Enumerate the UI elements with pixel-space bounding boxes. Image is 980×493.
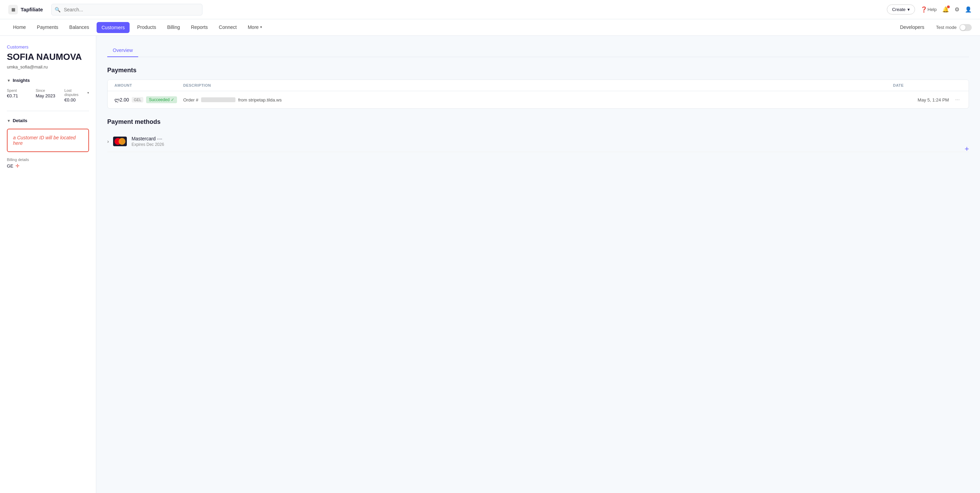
nav-reports[interactable]: Reports <box>186 19 213 36</box>
app-logo[interactable]: ▦ Tapfiliate <box>8 5 43 14</box>
customer-name: SOFIA NAUMOVA <box>7 52 89 62</box>
edit-billing-icon[interactable]: ✛ <box>16 163 20 169</box>
payment-method-row[interactable]: › Mastercard ···· Expires Dec 2026 <box>107 131 969 152</box>
notification-badge <box>947 5 950 8</box>
tab-overview[interactable]: Overview <box>107 44 138 57</box>
nav-products[interactable]: Products <box>132 19 161 36</box>
nav-more[interactable]: More ▾ <box>243 19 267 36</box>
check-icon: ✓ <box>171 97 174 102</box>
insights-section-header[interactable]: ▼ Insights <box>7 78 89 83</box>
main-content: Overview Payments AMOUNT DESCRIPTION DAT… <box>96 36 980 493</box>
nav-billing[interactable]: Billing <box>162 19 185 36</box>
payments-section: Payments AMOUNT DESCRIPTION DATE ლ2.00 G… <box>107 67 969 109</box>
help-icon: ❓ <box>921 6 928 13</box>
payment-methods-section: Payment methods › Mastercard ···· Expire… <box>107 118 969 152</box>
main-layout: Customers SOFIA NAUMOVA umka_sofia@mail.… <box>0 36 980 493</box>
search-container: 🔍 <box>51 4 202 16</box>
date-cell: May 5, 1:24 PM ··· <box>893 96 962 104</box>
sidebar-divider <box>7 111 89 111</box>
payment-more-button[interactable]: ··· <box>953 96 962 104</box>
mc-circle-right <box>119 138 126 145</box>
nav-connect[interactable]: Connect <box>214 19 242 36</box>
details-section-header[interactable]: ▼ Details <box>7 118 89 123</box>
nav-right-actions: Create ▾ ❓ Help 🔔 ⚙ 👤 <box>887 5 972 14</box>
mastercard-icon <box>113 137 127 146</box>
insight-spent: Spent €0.71 <box>7 88 32 102</box>
billing-details: Billing details GE ✛ <box>7 158 89 169</box>
col-amount: AMOUNT <box>115 83 183 88</box>
insight-since: Since May 2023 <box>36 88 60 102</box>
amount-cell: ლ2.00 GEL Succeeded ✓ <box>115 96 183 103</box>
top-navigation: ▦ Tapfiliate 🔍 Create ▾ ❓ Help 🔔 ⚙ 👤 <box>0 0 980 19</box>
account-button[interactable]: 👤 <box>965 6 972 13</box>
content-tabs: Overview <box>107 44 969 57</box>
insights-chevron: ▼ <box>7 78 11 83</box>
details-section: ▼ Details a Customer ID will be located … <box>7 118 89 169</box>
pm-expand-button[interactable]: › <box>107 139 109 144</box>
customer-email: umka_sofia@mail.ru <box>7 64 89 70</box>
nav-items: Home Payments Balances Customers Product… <box>8 19 267 36</box>
help-button[interactable]: ❓ Help <box>921 6 937 13</box>
settings-button[interactable]: ⚙ <box>955 6 959 13</box>
col-date: DATE <box>893 83 962 88</box>
customer-id-box: a Customer ID will be located here <box>7 129 89 152</box>
gear-icon: ⚙ <box>955 6 959 13</box>
secondary-navigation: Home Payments Balances Customers Product… <box>0 19 980 36</box>
user-icon: 👤 <box>965 6 972 13</box>
add-payment-method-button[interactable]: + <box>964 145 969 153</box>
insights-grid: Spent €0.71 Since May 2023 Lost disputes… <box>7 88 89 102</box>
order-id-blurred <box>201 97 235 102</box>
currency-badge: GEL <box>132 97 143 102</box>
billing-details-label: Billing details <box>7 158 89 162</box>
notifications-button[interactable]: 🔔 <box>942 6 949 13</box>
logo-icon: ▦ <box>8 5 18 14</box>
since-label: Since <box>36 88 60 93</box>
nav-payments[interactable]: Payments <box>32 19 63 36</box>
search-input[interactable] <box>51 4 202 16</box>
nav-home[interactable]: Home <box>8 19 30 36</box>
pm-name: Mastercard ···· <box>132 136 164 141</box>
disputes-label: Lost disputes ▾ <box>64 88 89 97</box>
sidebar: Customers SOFIA NAUMOVA umka_sofia@mail.… <box>0 36 96 493</box>
insight-disputes: Lost disputes ▾ €0.00 <box>64 88 89 102</box>
spent-value: €0.71 <box>7 93 32 98</box>
payment-amount: ლ2.00 <box>115 97 129 102</box>
nav-balances[interactable]: Balances <box>65 19 94 36</box>
toggle-knob <box>960 25 966 30</box>
create-button[interactable]: Create ▾ <box>887 5 915 14</box>
since-value: May 2023 <box>36 93 60 98</box>
pm-info: Mastercard ···· Expires Dec 2026 <box>132 136 164 147</box>
disputes-value: €0.00 <box>64 97 89 102</box>
nav-customers[interactable]: Customers <box>97 22 130 33</box>
payments-title: Payments <box>107 67 969 74</box>
details-chevron: ▼ <box>7 119 11 123</box>
billing-country: GE ✛ <box>7 163 89 169</box>
nav-right-secondary: Developers Test mode <box>895 19 972 36</box>
test-mode-toggle[interactable] <box>959 24 972 31</box>
status-badge: Succeeded ✓ <box>146 96 177 103</box>
disputes-chevron-icon: ▾ <box>87 91 89 95</box>
nav-developers[interactable]: Developers <box>895 19 929 36</box>
spent-label: Spent <box>7 88 32 93</box>
chevron-down-icon: ▾ <box>260 25 262 29</box>
insights-label: Insights <box>13 78 30 83</box>
description-cell: Order # from stripetap.tilda.ws <box>183 97 893 102</box>
test-mode-container: Test mode <box>936 24 972 31</box>
app-name: Tapfiliate <box>21 6 43 13</box>
table-header: AMOUNT DESCRIPTION DATE <box>108 80 969 91</box>
search-icon: 🔍 <box>55 7 60 13</box>
payments-table: AMOUNT DESCRIPTION DATE ლ2.00 GEL Succee… <box>107 80 969 109</box>
breadcrumb[interactable]: Customers <box>7 45 29 49</box>
test-mode-label: Test mode <box>936 25 957 30</box>
payment-date: May 5, 1:24 PM <box>918 97 949 102</box>
details-label: Details <box>13 118 27 123</box>
customer-id-placeholder: a Customer ID will be located here <box>13 135 76 146</box>
payment-row[interactable]: ლ2.00 GEL Succeeded ✓ Order # from strip… <box>108 91 969 108</box>
col-description: DESCRIPTION <box>183 83 893 88</box>
payment-methods-title: Payment methods <box>107 118 969 126</box>
pm-expiry: Expires Dec 2026 <box>132 142 164 147</box>
